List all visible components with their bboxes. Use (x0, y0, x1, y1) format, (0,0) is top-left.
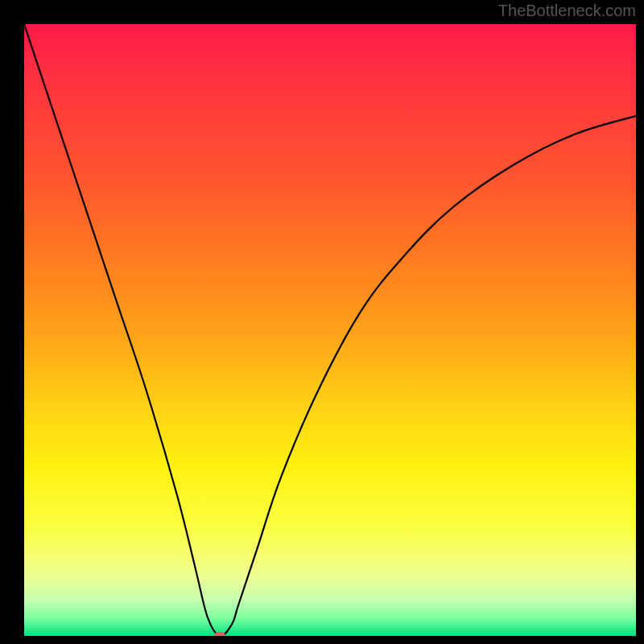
minimum-marker (214, 632, 225, 636)
chart-plot-area (24, 24, 636, 636)
bottleneck-curve (24, 24, 636, 636)
watermark-text: TheBottleneck.com (498, 2, 636, 20)
